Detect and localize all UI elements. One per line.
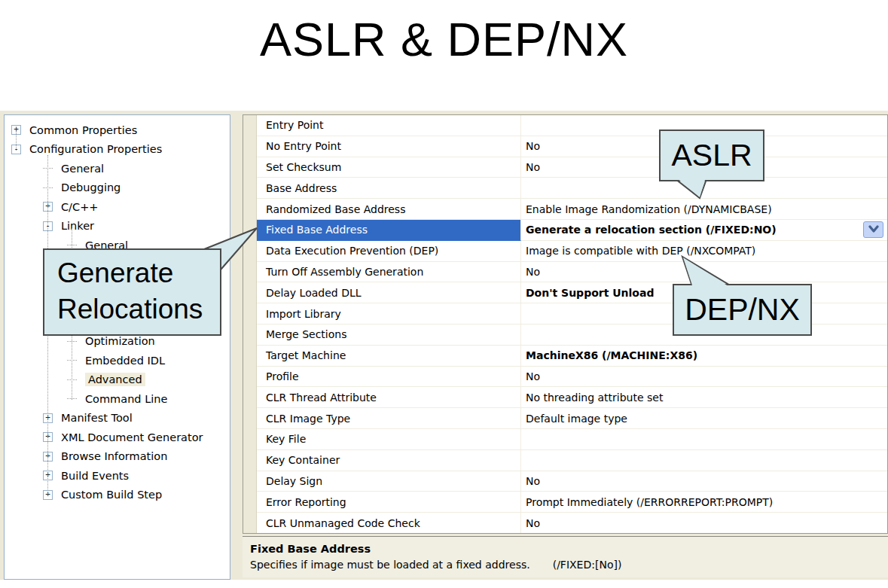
tree-item-label: Linker [61,220,94,232]
property-value[interactable]: No [521,367,887,388]
property-row-clr-thread-attribute[interactable]: CLR Thread AttributeNo threading attribu… [243,387,887,408]
description-title: Fixed Base Address [250,543,888,555]
property-value[interactable]: Image is compatible with DEP (/NXCOMPAT) [521,241,887,262]
row-margin [243,282,257,303]
property-name[interactable]: Import Library [257,303,521,324]
tree-item-label: Manifest Tool [61,412,133,424]
property-row-key-file[interactable]: Key File [243,429,887,450]
tree-item-build-events[interactable]: +Build Events [5,466,230,486]
property-row-delay-sign[interactable]: Delay SignNo [243,471,887,492]
tree-item-general[interactable]: General [5,159,230,178]
property-name[interactable]: Merge Sections [257,324,521,346]
tree-item-label: C/C++ [61,201,98,213]
property-name[interactable]: Data Execution Prevention (DEP) [257,241,521,262]
tree-item-label: XML Document Generator [61,431,203,443]
property-name[interactable]: Turn Off Assembly Generation [257,262,521,283]
property-value[interactable]: No [521,513,887,534]
property-name[interactable]: No Entry Point [257,136,521,157]
property-value[interactable]: No [521,262,887,283]
row-margin [243,157,257,178]
property-row-target-machine[interactable]: Target MachineMachineX86 (/MACHINE:X86) [243,346,887,367]
tree-item-debugging[interactable]: Debugging [5,178,230,198]
property-value[interactable]: No threading attribute set [521,387,887,408]
row-margin [243,136,257,157]
property-value[interactable] [521,450,887,471]
property-name[interactable]: CLR Thread Attribute [257,387,521,408]
property-value[interactable]: Enable Image Randomization (/DYNAMICBASE… [521,199,887,220]
row-margin [243,241,257,262]
tree-item-label: Build Events [61,470,129,482]
property-row-set-checksum[interactable]: Set ChecksumNo [243,157,887,178]
tree-item-label: Browse Information [61,450,167,462]
property-name[interactable]: Base Address [257,178,521,199]
tree-item-browse-information[interactable]: +Browse Information [5,447,230,467]
tree-item-command-line[interactable]: Command Line [5,389,230,409]
tree-item-c-c[interactable]: +C/C++ [5,197,230,217]
property-row-error-reporting[interactable]: Error ReportingPrompt Immediately (/ERRO… [243,492,887,513]
property-row-clr-unmanaged-code-check[interactable]: CLR Unmanaged Code CheckNo [243,513,887,534]
property-value-text: Enable Image Randomization (/DYNAMICBASE… [526,203,772,215]
property-name[interactable]: CLR Image Type [257,408,521,429]
tree-item-embedded-idl[interactable]: Embedded IDL [5,351,230,370]
description-text: Specifies if image must be loaded at a f… [250,559,888,571]
row-margin [243,471,257,492]
property-row-clr-image-type[interactable]: CLR Image TypeDefault image type [243,408,887,429]
dropdown-button[interactable] [863,221,883,238]
property-value[interactable]: No [521,471,887,492]
property-name[interactable]: Delay Loaded DLL [257,282,521,303]
property-name[interactable]: Target Machine [257,346,521,367]
row-margin [243,513,257,534]
property-name[interactable]: CLR Unmanaged Code Check [257,513,521,534]
property-row-key-container[interactable]: Key Container [243,450,887,471]
tree-item-label: Embedded IDL [85,355,165,367]
tree-item-label: Advanced [85,373,145,386]
property-name[interactable]: Randomized Base Address [257,199,521,220]
property-name[interactable]: Entry Point [257,115,521,136]
property-row-data-execution-prevention-dep[interactable]: Data Execution Prevention (DEP)Image is … [243,241,887,262]
property-value-text: MachineX86 (/MACHINE:X86) [526,349,697,361]
property-row-base-address[interactable]: Base Address [243,178,887,199]
tree-item-xml-document-generator[interactable]: +XML Document Generator [5,428,230,447]
property-value[interactable]: Default image type [521,408,887,429]
property-name[interactable]: Key Container [257,450,521,471]
property-row-profile[interactable]: ProfileNo [243,367,887,388]
property-value[interactable]: Prompt Immediately (/ERRORREPORT:PROMPT) [521,492,887,513]
property-row-entry-point[interactable]: Entry Point [243,115,887,136]
tree-item-label: Optimization [85,335,155,347]
property-name[interactable]: Profile [257,367,521,388]
property-row-turn-off-assembly-generation[interactable]: Turn Off Assembly GenerationNo [243,262,887,283]
callout-depnx-label: DEP/NX [685,292,800,328]
row-margin [243,367,257,388]
row-margin [243,178,257,199]
tree-item-label: Command Line [85,393,167,405]
property-value-text: Image is compatible with DEP (/NXCOMPAT) [526,245,755,257]
row-margin [243,408,257,429]
property-row-fixed-base-address[interactable]: Fixed Base AddressGenerate a relocation … [243,220,887,241]
row-margin [243,199,257,220]
tree-item-manifest-tool[interactable]: +Manifest Tool [5,409,230,428]
property-row-no-entry-point[interactable]: No Entry PointNo [243,136,887,157]
property-value[interactable]: Generate a relocation section (/FIXED:NO… [521,220,887,241]
tree-item-configuration-properties[interactable]: -Configuration Properties [5,140,230,160]
property-value[interactable] [521,429,887,450]
property-name[interactable]: Set Checksum [257,157,521,178]
property-name[interactable]: Key File [257,429,521,450]
property-value[interactable]: MachineX86 (/MACHINE:X86) [521,346,887,367]
property-row-randomized-base-address[interactable]: Randomized Base AddressEnable Image Rand… [243,199,887,220]
property-value-text: No [526,266,540,278]
property-value-text: Default image type [526,413,627,425]
row-margin [243,115,257,136]
tree-item-common-properties[interactable]: +Common Properties [5,120,230,140]
description-flag: (/FIXED:[No]) [553,559,622,571]
property-name[interactable]: Error Reporting [257,492,521,513]
tree-item-label: Configuration Properties [29,143,162,155]
row-margin [243,262,257,283]
tree-item-linker[interactable]: -Linker [5,217,230,236]
config-tree-panel: +Common Properties-Configuration Propert… [4,114,230,580]
property-name[interactable]: Delay Sign [257,471,521,492]
tree-item-advanced[interactable]: Advanced [5,370,230,390]
tree-item-custom-build-step[interactable]: +Custom Build Step [5,486,230,505]
tree-guide-line [16,131,17,151]
config-tree: +Common Properties-Configuration Propert… [5,115,230,579]
property-name[interactable]: Fixed Base Address [257,220,521,241]
